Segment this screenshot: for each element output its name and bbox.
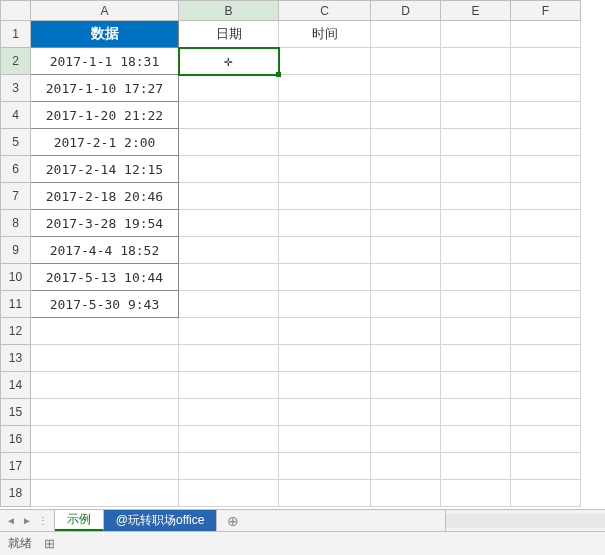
cell-C15[interactable] — [279, 399, 371, 426]
cell-D13[interactable] — [371, 345, 441, 372]
cell-F4[interactable] — [511, 102, 581, 129]
column-header-d[interactable]: D — [371, 1, 441, 21]
cell-C10[interactable] — [279, 264, 371, 291]
cell-D6[interactable] — [371, 156, 441, 183]
cell-A12[interactable] — [31, 318, 179, 345]
cell-B6[interactable] — [179, 156, 279, 183]
cell-A17[interactable] — [31, 453, 179, 480]
row-header-3[interactable]: 3 — [1, 75, 31, 102]
cell-F10[interactable] — [511, 264, 581, 291]
cell-D8[interactable] — [371, 210, 441, 237]
cell-C14[interactable] — [279, 372, 371, 399]
cell-F7[interactable] — [511, 183, 581, 210]
cell-F15[interactable] — [511, 399, 581, 426]
cell-B10[interactable] — [179, 264, 279, 291]
tab-prev-icon[interactable]: ◄ — [6, 515, 16, 526]
row-header-1[interactable]: 1 — [1, 21, 31, 48]
cell-F12[interactable] — [511, 318, 581, 345]
cell-D3[interactable] — [371, 75, 441, 102]
cell-C3[interactable] — [279, 75, 371, 102]
column-header-f[interactable]: F — [511, 1, 581, 21]
column-header-e[interactable]: E — [441, 1, 511, 21]
sheet-tab-active[interactable]: 示例 — [55, 510, 104, 531]
cell-F1[interactable] — [511, 21, 581, 48]
cell-E18[interactable] — [441, 480, 511, 507]
cell-A1[interactable]: 数据 — [31, 21, 179, 48]
cell-B17[interactable] — [179, 453, 279, 480]
cell-B4[interactable] — [179, 102, 279, 129]
row-header-9[interactable]: 9 — [1, 237, 31, 264]
cell-A3[interactable]: 2017-1-10 17:27 — [31, 75, 179, 102]
cell-A4[interactable]: 2017-1-20 21:22 — [31, 102, 179, 129]
cell-B3[interactable] — [179, 75, 279, 102]
cell-B12[interactable] — [179, 318, 279, 345]
status-macro-icon[interactable]: ⊞ — [44, 536, 55, 551]
row-header-15[interactable]: 15 — [1, 399, 31, 426]
cell-E17[interactable] — [441, 453, 511, 480]
cell-E15[interactable] — [441, 399, 511, 426]
cell-D18[interactable] — [371, 480, 441, 507]
cell-D4[interactable] — [371, 102, 441, 129]
row-header-5[interactable]: 5 — [1, 129, 31, 156]
row-header-2[interactable]: 2 — [1, 48, 31, 75]
cell-E1[interactable] — [441, 21, 511, 48]
tab-nav-controls[interactable]: ◄ ► ⋮ — [0, 510, 55, 531]
cell-D10[interactable] — [371, 264, 441, 291]
cell-C13[interactable] — [279, 345, 371, 372]
cell-A15[interactable] — [31, 399, 179, 426]
tab-next-icon[interactable]: ► — [22, 515, 32, 526]
cell-A18[interactable] — [31, 480, 179, 507]
cell-D17[interactable] — [371, 453, 441, 480]
cell-E12[interactable] — [441, 318, 511, 345]
cell-E16[interactable] — [441, 426, 511, 453]
cell-B14[interactable] — [179, 372, 279, 399]
cell-C8[interactable] — [279, 210, 371, 237]
cell-C12[interactable] — [279, 318, 371, 345]
cell-B13[interactable] — [179, 345, 279, 372]
column-header-a[interactable]: A — [31, 1, 179, 21]
cell-F17[interactable] — [511, 453, 581, 480]
row-header-7[interactable]: 7 — [1, 183, 31, 210]
cell-D9[interactable] — [371, 237, 441, 264]
cell-E8[interactable] — [441, 210, 511, 237]
row-header-4[interactable]: 4 — [1, 102, 31, 129]
cell-B15[interactable] — [179, 399, 279, 426]
cell-E2[interactable] — [441, 48, 511, 75]
cell-A11[interactable]: 2017-5-30 9:43 — [31, 291, 179, 318]
cell-C7[interactable] — [279, 183, 371, 210]
cell-A14[interactable] — [31, 372, 179, 399]
horizontal-scrollbar[interactable] — [445, 510, 605, 531]
cell-A5[interactable]: 2017-2-1 2:00 — [31, 129, 179, 156]
cell-B16[interactable] — [179, 426, 279, 453]
cell-F13[interactable] — [511, 345, 581, 372]
cell-F14[interactable] — [511, 372, 581, 399]
cell-C1[interactable]: 时间 — [279, 21, 371, 48]
cell-B7[interactable] — [179, 183, 279, 210]
cell-F16[interactable] — [511, 426, 581, 453]
cell-A6[interactable]: 2017-2-14 12:15 — [31, 156, 179, 183]
select-all-corner[interactable] — [1, 1, 31, 21]
cell-D2[interactable] — [371, 48, 441, 75]
cell-A9[interactable]: 2017-4-4 18:52 — [31, 237, 179, 264]
cell-E5[interactable] — [441, 129, 511, 156]
cell-E13[interactable] — [441, 345, 511, 372]
cell-E7[interactable] — [441, 183, 511, 210]
row-header-8[interactable]: 8 — [1, 210, 31, 237]
cell-C17[interactable] — [279, 453, 371, 480]
cell-B2[interactable]: ✛ — [179, 48, 279, 75]
cell-B18[interactable] — [179, 480, 279, 507]
cell-D11[interactable] — [371, 291, 441, 318]
row-header-13[interactable]: 13 — [1, 345, 31, 372]
cell-F3[interactable] — [511, 75, 581, 102]
cell-A13[interactable] — [31, 345, 179, 372]
row-header-16[interactable]: 16 — [1, 426, 31, 453]
cell-D12[interactable] — [371, 318, 441, 345]
cell-C18[interactable] — [279, 480, 371, 507]
spreadsheet-grid[interactable]: ABCDEF1数据日期时间22017-1-1 18:31✛32017-1-10 … — [0, 0, 605, 509]
cell-C6[interactable] — [279, 156, 371, 183]
cell-D5[interactable] — [371, 129, 441, 156]
cell-E14[interactable] — [441, 372, 511, 399]
cell-B8[interactable] — [179, 210, 279, 237]
cell-E10[interactable] — [441, 264, 511, 291]
cell-F8[interactable] — [511, 210, 581, 237]
